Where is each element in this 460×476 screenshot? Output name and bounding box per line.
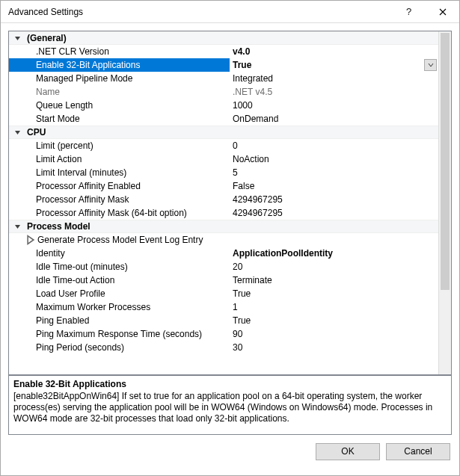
cancel-button[interactable]: Cancel [386,443,450,460]
prop-label: Idle Time-out Action [36,273,114,287]
prop-identity[interactable]: Identity ApplicationPoolIdentity [9,247,438,260]
prop-ping-enabled[interactable]: Ping Enabled True [9,314,438,327]
prop-idle-timeout[interactable]: Idle Time-out (minutes) 20 [9,260,438,273]
dropdown-button[interactable] [424,59,437,71]
prop-label: Load User Profile [36,287,105,300]
prop-value: Integrated [233,73,273,84]
prop-label: Limit (percent) [36,139,93,152]
prop-value: 1 [233,302,238,312]
prop-label: Managed Pipeline Mode [36,72,132,85]
prop-limit-interval[interactable]: Limit Interval (minutes) 5 [9,166,438,179]
prop-label: Enable 32-Bit Applications [36,58,140,72]
prop-start-mode[interactable]: Start Mode OnDemand [9,112,438,126]
prop-queue-length[interactable]: Queue Length 1000 [9,99,438,112]
property-grid-scroll[interactable]: (General) .NET CLR Version v4.0 Enable 3… [9,31,438,374]
prop-label: Ping Maximum Response Time (seconds) [36,327,202,341]
prop-value: NoAction [233,154,269,164]
prop-label: Idle Time-out (minutes) [36,260,128,273]
category-label: CPU [27,126,46,139]
prop-value: False [233,181,254,191]
close-button[interactable] [426,1,459,22]
category-label: Process Model [27,220,91,233]
description-pane: Enable 32-Bit Applications [enable32BitA… [8,375,452,435]
prop-value: True [233,288,251,299]
prop-value: .NET v4.5 [233,87,272,97]
prop-label: Ping Enabled [36,314,89,327]
prop-label: Limit Interval (minutes) [36,166,126,179]
prop-value: ApplicationPoolIdentity [233,248,333,259]
vertical-scrollbar[interactable] [438,31,451,374]
description-text: [enable32BitAppOnWin64] If set to true f… [13,391,447,424]
prop-value: Terminate [233,275,272,285]
expand-right-icon[interactable] [25,235,36,245]
dialog-content: (General) .NET CLR Version v4.0 Enable 3… [1,23,459,475]
category-cpu[interactable]: CPU [9,126,438,139]
prop-value: 30 [233,342,242,353]
prop-value: 1000 [233,100,253,111]
prop-label: Maximum Worker Processes [36,300,150,314]
titlebar: Advanced Settings ? [1,1,459,23]
prop-value: 5 [233,167,238,178]
prop-value: 4294967295 [233,194,283,205]
prop-load-user-profile[interactable]: Load User Profile True [9,287,438,300]
expand-icon[interactable] [12,35,22,42]
prop-label: Name [36,85,60,99]
prop-label: Processor Affinity Mask [36,193,129,206]
prop-value: OnDemand [233,114,278,124]
description-title: Enable 32-Bit Applications [13,379,447,389]
ok-button[interactable]: OK [316,443,380,460]
scrollbar-thumb[interactable] [441,33,450,290]
prop-label: Processor Affinity Mask (64-bit option) [36,206,187,220]
prop-max-worker[interactable]: Maximum Worker Processes 1 [9,300,438,314]
prop-affinity-mask[interactable]: Processor Affinity Mask 4294967295 [9,193,438,206]
prop-name[interactable]: Name .NET v4.5 [9,85,438,99]
prop-idle-timeout-action[interactable]: Idle Time-out Action Terminate [9,273,438,287]
prop-label: Queue Length [36,99,93,112]
prop-net-clr-version[interactable]: .NET CLR Version v4.0 [9,45,438,58]
prop-ping-period[interactable]: Ping Period (seconds) 30 [9,341,438,354]
prop-value: 0 [233,140,238,151]
prop-label: Limit Action [36,152,82,166]
prop-label: Ping Period (seconds) [36,341,124,354]
prop-limit-percent[interactable]: Limit (percent) 0 [9,139,438,152]
prop-managed-pipeline[interactable]: Managed Pipeline Mode Integrated [9,72,438,85]
prop-label: .NET CLR Version [36,45,109,58]
prop-affinity-enabled[interactable]: Processor Affinity Enabled False [9,179,438,193]
prop-affinity-mask64[interactable]: Processor Affinity Mask (64-bit option) … [9,206,438,220]
prop-value: 90 [233,329,242,339]
chevron-down-icon [428,62,434,68]
prop-label: Generate Process Model Event Log Entry [37,233,203,247]
prop-gen-event-log[interactable]: Generate Process Model Event Log Entry [9,233,438,247]
prop-value: v4.0 [233,46,250,57]
prop-limit-action[interactable]: Limit Action NoAction [9,152,438,166]
category-process-model[interactable]: Process Model [9,220,438,233]
prop-value: 4294967295 [233,208,283,218]
property-grid: (General) .NET CLR Version v4.0 Enable 3… [8,31,452,375]
close-icon [439,8,447,16]
window-title: Advanced Settings [8,7,392,17]
dialog-buttons: OK Cancel [8,435,452,468]
prop-value: 20 [233,262,242,272]
advanced-settings-dialog: Advanced Settings ? (General) [0,0,460,476]
category-general[interactable]: (General) [9,31,438,45]
expand-icon[interactable] [12,223,22,230]
prop-ping-max-response[interactable]: Ping Maximum Response Time (seconds) 90 [9,327,438,341]
help-button[interactable]: ? [392,1,426,22]
prop-label: Identity [36,247,65,260]
prop-enable-32bit[interactable]: Enable 32-Bit Applications True [9,58,438,72]
prop-label: Processor Affinity Enabled [36,179,141,193]
prop-value: True [233,60,251,70]
category-label: (General) [27,31,67,45]
prop-value: True [233,315,251,326]
prop-label: Start Mode [36,112,80,126]
expand-icon[interactable] [12,129,22,136]
